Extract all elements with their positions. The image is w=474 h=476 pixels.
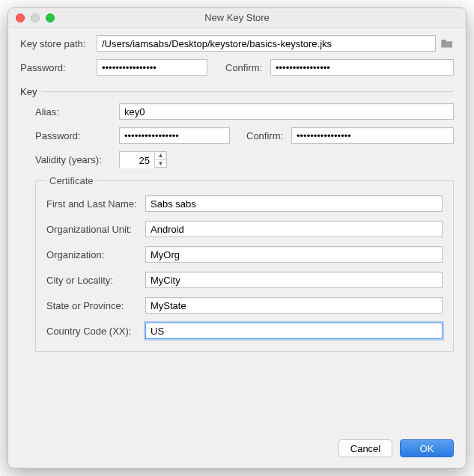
cancel-button[interactable]: Cancel xyxy=(338,439,392,457)
city-input[interactable] xyxy=(145,272,443,288)
validity-input[interactable] xyxy=(120,152,154,168)
state-row: State or Province: xyxy=(46,297,443,314)
key-label: Key xyxy=(20,86,37,97)
certificate-fieldset: Certificate First and Last Name: Organiz… xyxy=(35,175,454,352)
alias-input[interactable] xyxy=(119,103,454,120)
state-input[interactable] xyxy=(145,297,443,314)
minimize-icon xyxy=(31,13,40,22)
ok-button[interactable]: OK xyxy=(400,439,454,457)
key-password-input[interactable] xyxy=(119,127,230,144)
org-label: Organization: xyxy=(46,249,145,260)
alias-label: Alias: xyxy=(35,106,119,118)
password-input[interactable] xyxy=(97,59,207,76)
validity-label: Validity (years): xyxy=(35,154,119,165)
key-confirm-label: Confirm: xyxy=(246,130,291,141)
divider xyxy=(41,91,454,92)
org-input[interactable] xyxy=(145,246,443,263)
traffic-lights xyxy=(8,13,55,22)
stepper-up-icon[interactable]: ▲ xyxy=(155,152,166,160)
org-unit-row: Organizational Unit: xyxy=(46,221,443,237)
city-label: City or Locality: xyxy=(46,275,145,286)
dialog-footer: Cancel OK xyxy=(20,429,454,457)
password-row: Password: Confirm: xyxy=(20,59,454,76)
key-password-label: Password: xyxy=(35,130,119,141)
key-confirm-input[interactable] xyxy=(291,127,454,144)
first-last-label: First and Last Name: xyxy=(46,198,145,210)
dialog-content: Key store path: Password: Confirm: Key A… xyxy=(8,28,466,468)
certificate-legend: Certificate xyxy=(46,175,97,186)
keystore-path-input[interactable] xyxy=(97,35,436,52)
stepper-down-icon[interactable]: ▼ xyxy=(155,160,166,168)
close-icon[interactable] xyxy=(16,13,25,22)
confirm-input[interactable] xyxy=(270,59,454,76)
country-label: Country Code (XX): xyxy=(46,326,145,337)
first-last-input[interactable] xyxy=(145,195,443,212)
dialog-window: New Key Store Key store path: Password: … xyxy=(7,7,467,469)
keystore-path-row: Key store path: xyxy=(20,35,454,52)
key-section-header: Key xyxy=(20,86,454,97)
password-label: Password: xyxy=(20,62,97,73)
folder-icon[interactable] xyxy=(440,38,454,49)
key-password-row: Password: Confirm: xyxy=(35,127,454,144)
org-row: Organization: xyxy=(46,246,443,263)
org-unit-input[interactable] xyxy=(145,221,443,237)
titlebar: New Key Store xyxy=(8,8,466,28)
country-row: Country Code (XX): xyxy=(46,323,443,339)
validity-stepper[interactable]: ▲ ▼ xyxy=(119,151,167,168)
alias-row: Alias: xyxy=(35,103,454,120)
zoom-icon[interactable] xyxy=(46,13,55,22)
validity-row: Validity (years): ▲ ▼ xyxy=(35,151,454,168)
city-row: City or Locality: xyxy=(46,272,443,288)
window-title: New Key Store xyxy=(8,12,466,23)
org-unit-label: Organizational Unit: xyxy=(46,224,145,235)
confirm-label: Confirm: xyxy=(225,62,270,73)
state-label: State or Province: xyxy=(46,300,145,311)
keystore-path-label: Key store path: xyxy=(20,38,97,49)
first-last-row: First and Last Name: xyxy=(46,195,443,212)
country-input[interactable] xyxy=(145,323,443,339)
